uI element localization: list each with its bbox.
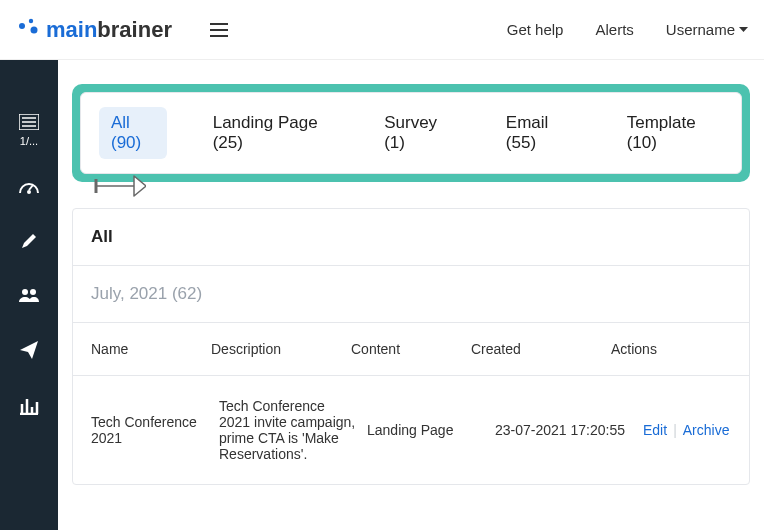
tab-email[interactable]: Email (55) [494,107,581,159]
month-group[interactable]: July, 2021 (62) [73,266,749,323]
pencil-icon [20,232,38,250]
table-row: Tech Conference 2021 Tech Conference 202… [73,376,749,484]
content-card: All July, 2021 (62) Name Description Con… [72,208,750,485]
chart-icon [19,397,39,415]
topbar: mainbrainer Get help Alerts Username [0,0,764,60]
edit-link[interactable]: Edit [643,422,667,438]
sidebar-item-dashboard[interactable] [18,179,40,200]
cell-description: Tech Conference 2021 invite campaign, pr… [219,398,359,462]
cell-created: 23-07-2021 17:20:55 [495,422,635,438]
col-description: Description [211,341,351,357]
sidebar-item-reports[interactable] [19,397,39,420]
users-icon [18,287,40,303]
svg-point-6 [30,289,36,295]
logo-text: mainbrainer [46,17,172,43]
section-title: All [73,209,749,266]
main-content: All (90) Landing Page (25) Survey (1) Em… [58,60,764,530]
logo[interactable]: mainbrainer [16,17,172,43]
send-icon [19,340,39,360]
gauge-icon [18,179,40,195]
tab-landing-page[interactable]: Landing Page (25) [201,107,339,159]
cell-content: Landing Page [367,422,487,438]
tabs-bar: All (90) Landing Page (25) Survey (1) Em… [80,92,742,174]
table-header: Name Description Content Created Actions [73,323,749,376]
svg-point-0 [19,23,25,29]
svg-point-2 [31,26,38,33]
sidebar-item-list[interactable]: 1/... [19,114,39,147]
tabs-highlight: All (90) Landing Page (25) Survey (1) Em… [72,84,750,182]
col-content: Content [351,341,471,357]
sidebar-item-edit[interactable] [20,232,38,255]
sidebar-item-send[interactable] [19,340,39,365]
callout-arrow-icon [90,168,146,208]
sidebar-item-users[interactable] [18,287,40,308]
col-name: Name [91,341,211,357]
alerts-link[interactable]: Alerts [595,21,633,38]
get-help-link[interactable]: Get help [507,21,564,38]
col-created: Created [471,341,611,357]
tab-all[interactable]: All (90) [99,107,167,159]
tab-survey[interactable]: Survey (1) [372,107,460,159]
archive-link[interactable]: Archive [683,422,730,438]
svg-point-5 [22,289,28,295]
sidebar-item-label: 1/... [19,135,39,147]
logo-icon [16,17,42,43]
username-menu[interactable]: Username [666,21,748,38]
sidebar: 1/... [0,60,58,530]
col-actions: Actions [611,341,731,357]
cell-name: Tech Conference 2021 [91,414,211,446]
chevron-down-icon [739,27,748,33]
cell-actions: Edit|Archive [643,422,731,438]
menu-icon[interactable] [202,17,236,43]
svg-point-1 [29,18,33,22]
svg-point-4 [27,190,31,194]
tab-template[interactable]: Template (10) [615,107,723,159]
